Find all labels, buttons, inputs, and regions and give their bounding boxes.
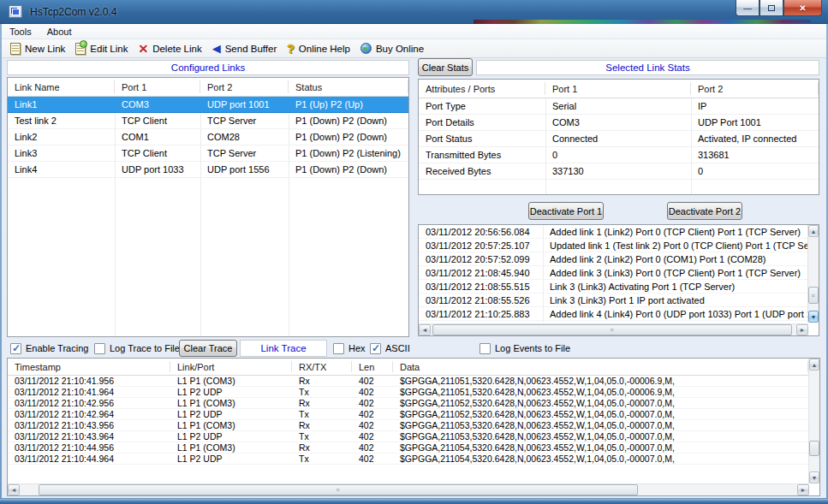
hex-checkbox[interactable] — [333, 343, 344, 354]
event-row[interactable]: 03/11/2012 21:08:55.526 Link 3 (Link3) P… — [419, 294, 807, 307]
scroll-right-button[interactable]: ► — [797, 484, 809, 495]
status-cell: P1 (Down) P2 (Down) — [289, 113, 408, 128]
stats-row[interactable]: Port Status Connected Activated, IP conn… — [419, 131, 819, 147]
scroll-left-button[interactable]: ◄ — [419, 324, 431, 335]
trace-body: 03/11/2012 21:10:41.956 L1 P1 (COM3) Rx … — [8, 376, 808, 483]
event-row[interactable]: 03/11/2012 20:57:25.107 Updated link 1 (… — [419, 239, 807, 252]
event-row[interactable]: 03/11/2012 21:08:55.515 Link 3 (Link3) A… — [419, 280, 807, 294]
window-border-bottom — [0, 498, 828, 504]
log-trace-label: Log Trace to File — [110, 343, 180, 353]
log-events-option[interactable]: Log Events to File — [480, 342, 570, 354]
new-link-button[interactable]: New Link — [7, 40, 72, 57]
scroll-down-button[interactable]: ▼ — [808, 311, 819, 323]
event-row[interactable]: 03/11/2012 21:08:45.940 Added link 3 (Li… — [419, 266, 807, 280]
column-link-port[interactable]: Link/Port — [170, 359, 292, 375]
scrollbar-thumb[interactable]: ≡ — [39, 484, 638, 495]
maximize-button[interactable] — [759, 0, 783, 16]
column-data[interactable]: Data — [393, 359, 808, 375]
scroll-down-button[interactable]: ▼ — [809, 471, 819, 483]
column-port2[interactable]: Port 2 — [200, 78, 289, 96]
hex-option[interactable]: Hex — [333, 342, 366, 354]
scroll-right-button[interactable]: ► — [796, 324, 808, 335]
arrow-down-icon: ▼ — [812, 475, 818, 481]
stats-row[interactable]: Transmitted Bytes 0 313681 — [419, 147, 819, 163]
enable-tracing-checkbox[interactable] — [10, 343, 21, 354]
log-events-checkbox[interactable] — [480, 343, 491, 354]
trace-rx-tx-cell: Rx — [292, 420, 352, 430]
trace-data-cell: $GPGGA,211054,5320.6428,N,00623.4552,W,1… — [393, 442, 808, 453]
trace-table: Timestamp Link/Port RX/TX Len Data 03/11… — [7, 358, 820, 496]
trace-row[interactable]: 03/11/2012 21:10:43.964 L1 P2 UDP Tx 402… — [8, 431, 808, 442]
delete-link-button[interactable]: ✕ Delete Link — [134, 40, 208, 57]
column-rx-tx[interactable]: RX/TX — [292, 359, 352, 375]
new-link-label: New Link — [25, 44, 65, 54]
clear-stats-button[interactable]: Clear Stats — [418, 58, 473, 76]
window-title: HsTcp2Com v2.0.4 — [30, 6, 116, 18]
link-row[interactable]: Link1 COM3 UDP port 1001 P1 (Up) P2 (Up) — [8, 97, 408, 113]
event-log-hscrollbar[interactable]: ◄ ≡ ► — [419, 323, 808, 335]
trace-row[interactable]: 03/11/2012 21:10:41.964 L1 P2 UDP Tx 402… — [8, 387, 808, 398]
trace-hscrollbar[interactable]: ◄ ≡ ► — [8, 483, 809, 495]
column-timestamp[interactable]: Timestamp — [8, 359, 170, 375]
trace-link-port-cell: L1 P2 UDP — [170, 409, 292, 419]
close-button[interactable]: ✕ — [783, 0, 822, 16]
event-row[interactable]: 03/11/2012 20:56:56.084 Added link 1 (Li… — [419, 225, 807, 239]
trace-row[interactable]: 03/11/2012 21:10:42.964 L1 P2 UDP Tx 402… — [8, 409, 808, 420]
ascii-checkbox[interactable] — [370, 343, 381, 354]
column-stats-port1[interactable]: Port 1 — [545, 80, 691, 98]
buy-online-button[interactable]: Buy Online — [357, 40, 431, 57]
scrollbar-thumb[interactable]: ≡ — [432, 324, 792, 335]
send-buffer-button[interactable]: ◀ Send Buffer — [209, 40, 284, 57]
trace-link-port-cell: L1 P2 UDP — [170, 431, 292, 442]
menu-tools[interactable]: Tools — [2, 25, 39, 39]
menu-about[interactable]: About — [39, 25, 80, 39]
event-row[interactable]: 03/11/2012 21:10:25.883 Added link 4 (Li… — [419, 307, 807, 321]
trace-row[interactable]: 03/11/2012 21:10:44.964 L1 P2 UDP Tx 402… — [8, 454, 808, 465]
titlebar[interactable]: HsTcp2Com v2.0.4 — ✕ — [0, 0, 828, 24]
app-icon — [9, 5, 22, 18]
status-cell: P1 (Down) P2 (Down) — [289, 129, 408, 145]
column-status[interactable]: Status — [289, 78, 408, 96]
trace-vscrollbar[interactable]: ▲ ▼ — [808, 359, 819, 483]
configured-links-header: Configured Links — [7, 60, 409, 75]
column-attributes[interactable]: Attributes / Ports — [419, 80, 545, 98]
stats-row[interactable]: Port Details COM3 UDP Port 1001 — [419, 115, 819, 131]
deactivate-port2-button[interactable]: Deactivate Port 2 — [667, 202, 742, 220]
column-port1[interactable]: Port 1 — [115, 78, 200, 96]
trace-row[interactable]: 03/11/2012 21:10:41.956 L1 P1 (COM3) Rx … — [8, 376, 808, 387]
link-row[interactable]: Link3 TCP Client TCP Server P1 (Down) P2… — [8, 145, 408, 162]
stats-row[interactable]: Received Bytes 337130 0 — [419, 163, 819, 180]
event-log: 03/11/2012 20:56:56.084 Added link 1 (Li… — [418, 224, 819, 336]
column-link-name[interactable]: Link Name — [8, 78, 115, 96]
event-log-vscrollbar[interactable]: ▲ ≡ ▼ — [807, 225, 819, 323]
trace-len-cell: 402 — [352, 398, 393, 408]
scroll-left-button[interactable]: ◄ — [8, 484, 20, 495]
link-row[interactable]: Link2 COM1 COM28 P1 (Down) P2 (Down) — [8, 129, 408, 145]
scrollbar-thumb[interactable] — [809, 441, 819, 456]
log-trace-checkbox[interactable] — [94, 343, 105, 354]
scroll-up-button[interactable]: ▲ — [809, 359, 819, 371]
log-trace-option[interactable]: Log Trace to File — [94, 342, 180, 354]
trace-row[interactable]: 03/11/2012 21:10:42.956 L1 P1 (COM3) Rx … — [8, 398, 808, 409]
event-timestamp-cell: 03/11/2012 21:10:25.883 — [419, 307, 543, 320]
link-row[interactable]: Link4 UDP port 1033 UDP port 1556 P1 (Do… — [8, 162, 408, 178]
scroll-up-button[interactable]: ▲ — [808, 225, 819, 237]
link-name-cell: Link3 — [8, 145, 115, 161]
trace-data-cell: $GPGGA,211051,5320.6428,N,00623.4552,W,1… — [393, 387, 808, 397]
minimize-button[interactable]: — — [736, 0, 759, 16]
trace-row[interactable]: 03/11/2012 21:10:43.956 L1 P1 (COM3) Rx … — [8, 420, 808, 431]
deactivate-port1-button[interactable]: Deactivate Port 1 — [528, 202, 604, 220]
column-len[interactable]: Len — [352, 359, 393, 375]
ascii-option[interactable]: ASCII — [370, 342, 410, 354]
link-row[interactable]: Test link 2 TCP Client TCP Server P1 (Do… — [8, 113, 408, 129]
clear-trace-button[interactable]: Clear Trace — [179, 340, 237, 357]
enable-tracing-option[interactable]: Enable Tracing — [10, 342, 88, 354]
event-row[interactable]: 03/11/2012 20:57:52.099 Added link 2 (Li… — [419, 252, 807, 266]
column-stats-port2[interactable]: Port 2 — [691, 80, 819, 98]
online-help-button[interactable]: ? Online Help — [283, 40, 357, 57]
scrollbar-thumb[interactable]: ≡ — [808, 287, 819, 304]
edit-link-button[interactable]: Edit Link — [72, 40, 134, 57]
trace-row[interactable]: 03/11/2012 21:10:44.956 L1 P1 (COM3) Rx … — [8, 442, 808, 454]
stats-row[interactable]: Port Type Serial IP — [419, 98, 819, 115]
event-message-cell: Updated link 1 (Test link 2) Port 0 (TCP… — [543, 239, 807, 252]
